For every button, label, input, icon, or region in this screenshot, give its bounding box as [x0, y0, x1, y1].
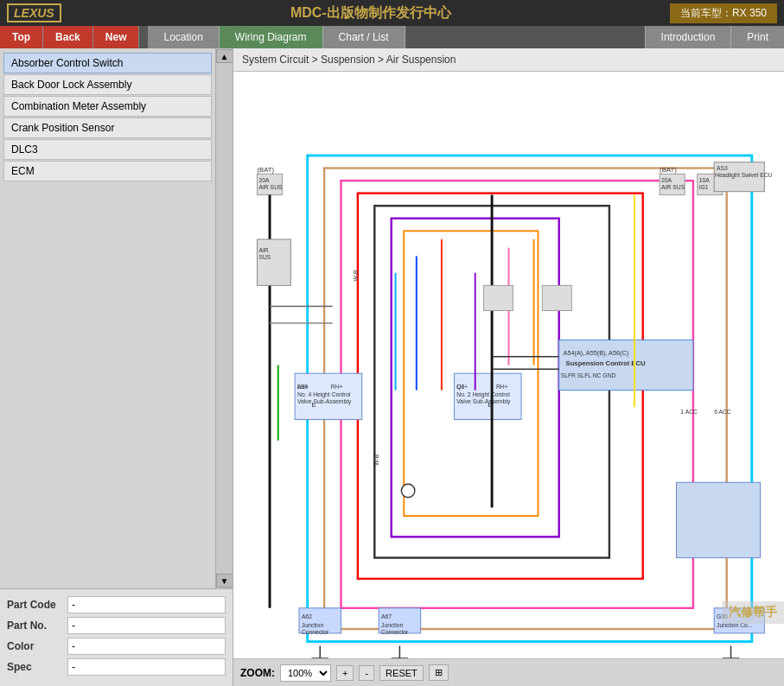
svg-text:AIR SUS: AIR SUS — [661, 184, 685, 190]
sidebar-properties: Part Code-Part No.-Color-Spec- — [0, 588, 233, 686]
svg-text:Valve Sub-Assembly: Valve Sub-Assembly — [297, 398, 352, 405]
content-area: System Circuit > Suspension > Air Suspen… — [233, 48, 784, 686]
svg-text:LH+: LH+ — [456, 384, 468, 390]
svg-text:A67: A67 — [381, 613, 392, 619]
property-value: - — [67, 638, 226, 655]
svg-text:No. 4 Height Control: No. 4 Height Control — [297, 391, 351, 398]
svg-text:AIR: AIR — [258, 247, 268, 253]
sidebar-item-combination-meter-assembly[interactable]: Combination Meter Assembly — [3, 96, 212, 117]
svg-rect-45 — [677, 482, 761, 557]
svg-text:(BAT): (BAT) — [258, 166, 275, 174]
property-value: - — [67, 596, 226, 613]
svg-text:6 ACC: 6 ACC — [714, 409, 731, 415]
scroll-down-arrow[interactable]: ▼ — [216, 574, 233, 588]
property-label: Part No. — [7, 619, 67, 632]
svg-text:W-B: W-B — [353, 270, 359, 282]
zoom-minus-button[interactable]: - — [359, 665, 374, 681]
sidebar-item-absorber-control-switch[interactable]: Absorber Control Switch — [3, 53, 212, 73]
chart-list-tab[interactable]: Chart / List — [323, 26, 405, 48]
location-tab[interactable]: Location — [148, 26, 219, 48]
property-label: Part Code — [7, 599, 67, 611]
sidebar-list[interactable]: Absorber Control SwitchBack Door Lock As… — [0, 48, 215, 588]
svg-text:AS3: AS3 — [717, 165, 728, 171]
svg-text:No. 2 Height Control: No. 2 Height Control — [456, 391, 510, 398]
svg-text:A62: A62 — [302, 613, 312, 619]
svg-text:RH+: RH+ — [496, 384, 508, 390]
property-row-color: Color- — [7, 638, 226, 655]
svg-text:20A: 20A — [661, 177, 672, 183]
wiring-diagram-tab[interactable]: Wiring Diagram — [220, 26, 323, 48]
svg-text:Headlight Swivel ECU: Headlight Swivel ECU — [715, 172, 772, 179]
svg-text:IG1: IG1 — [699, 184, 709, 190]
sidebar-item-crank-position-sensor[interactable]: Crank Position Sensor — [3, 118, 212, 138]
svg-text:Connector: Connector — [381, 629, 409, 635]
diagram-container[interactable]: (BAT) 20A AIR SUS (BAT) 20A AIR SUS 10A … — [233, 72, 784, 658]
scroll-up-arrow[interactable]: ▲ — [216, 49, 233, 63]
car-info: 当前车型：RX 350 — [670, 3, 777, 23]
zoom-select[interactable]: 100% 50% 75% 125% 150% 200% — [280, 664, 331, 682]
svg-text:SUS: SUS — [258, 254, 271, 260]
svg-text:1 ACC: 1 ACC — [680, 409, 698, 415]
property-label: Spec — [7, 661, 67, 673]
svg-text:W-B: W-B — [373, 454, 379, 466]
introduction-tab[interactable]: Introduction — [645, 26, 731, 48]
zoom-fit-button[interactable]: ⊞ — [429, 664, 449, 681]
top-button[interactable]: Top — [0, 26, 43, 48]
print-tab[interactable]: Print — [730, 26, 784, 48]
svg-text:LH+: LH+ — [297, 384, 309, 390]
svg-text:Connector: Connector — [302, 629, 329, 635]
svg-text:A54(A), A55(B), A56(C): A54(A), A55(B), A56(C) — [564, 349, 629, 357]
navbar: Top Back New Location Wiring Diagram Cha… — [0, 26, 784, 48]
property-row-part-code: Part Code- — [7, 596, 226, 613]
svg-text:SLFR SLFL NC GND: SLFR SLFL NC GND — [561, 372, 616, 378]
app-title: MDC-出版物制作发行中心 — [72, 4, 670, 22]
svg-text:Valve Sub-Assembly: Valve Sub-Assembly — [456, 398, 511, 405]
zoom-plus-button[interactable]: + — [336, 665, 354, 681]
sidebar-item-back-door-lock-assembly[interactable]: Back Door Lock Assembly — [3, 74, 212, 95]
breadcrumb: System Circuit > Suspension > Air Suspen… — [233, 48, 784, 72]
svg-text:RH+: RH+ — [331, 384, 343, 390]
property-value: - — [67, 658, 226, 676]
svg-text:(BAT): (BAT) — [660, 166, 677, 174]
back-button[interactable]: Back — [43, 26, 93, 48]
svg-text:10A: 10A — [699, 177, 711, 183]
property-row-part-no.: Part No.- — [7, 617, 226, 634]
svg-rect-78 — [542, 285, 571, 310]
svg-text:Junction: Junction — [381, 622, 403, 628]
main-layout: Absorber Control SwitchBack Door Lock As… — [0, 48, 784, 686]
zoom-bar: ZOOM: 100% 50% 75% 125% 150% 200% + - RE… — [233, 658, 784, 686]
property-row-spec: Spec- — [7, 658, 226, 676]
property-value: - — [67, 617, 226, 634]
sidebar-item-dlc3[interactable]: DLC3 — [3, 139, 212, 160]
svg-text:20A: 20A — [258, 177, 270, 183]
svg-rect-77 — [483, 285, 513, 310]
lexus-logo: LEXUS — [7, 3, 61, 22]
svg-text:AIR SUS: AIR SUS — [258, 184, 283, 190]
header: LEXUS MDC-出版物制作发行中心 当前车型：RX 350 — [0, 0, 784, 26]
property-label: Color — [7, 640, 67, 652]
new-button[interactable]: New — [93, 26, 140, 48]
svg-text:E: E — [488, 401, 492, 409]
svg-point-72 — [401, 484, 415, 498]
zoom-label: ZOOM: — [240, 667, 275, 679]
watermark: 汽修帮手 — [722, 601, 784, 624]
svg-text:Junction: Junction — [302, 622, 323, 628]
zoom-reset-button[interactable]: RESET — [379, 665, 424, 681]
sidebar-item-ecm[interactable]: ECM — [3, 161, 212, 181]
svg-text:E: E — [312, 401, 316, 409]
sidebar: Absorber Control SwitchBack Door Lock As… — [0, 48, 233, 686]
